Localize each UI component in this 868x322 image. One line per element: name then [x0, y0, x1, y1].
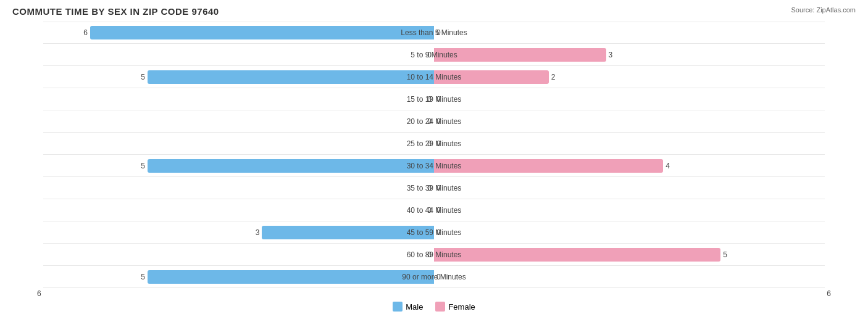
axis-right: 6: [827, 289, 831, 298]
bar-row: 0560 to 89 Minutes: [43, 244, 825, 266]
bar-row: 0015 to 19 Minutes: [43, 88, 825, 110]
female-value: 2: [551, 73, 556, 81]
bar-row: 0040 to 44 Minutes: [43, 199, 825, 221]
row-label: 45 to 59 Minutes: [404, 228, 464, 237]
chart-title: COMMUTE TIME BY SEX IN ZIP CODE 97640: [12, 6, 856, 17]
female-value: 5: [723, 250, 727, 259]
row-label: 25 to 29 Minutes: [404, 139, 464, 148]
row-label: 60 to 89 Minutes: [404, 250, 464, 259]
row-label: 40 to 44 Minutes: [404, 206, 464, 215]
bar-row: 5090 or more Minutes: [43, 266, 825, 288]
male-bar: [148, 270, 434, 284]
male-label: Male: [406, 302, 423, 312]
male-bar: [148, 70, 434, 84]
male-value: 5: [141, 273, 145, 281]
female-bar: [434, 248, 720, 262]
bar-row: 0035 to 39 Minutes: [43, 177, 825, 199]
bar-row: 60Less than 5 Minutes: [43, 22, 825, 44]
female-value: 4: [666, 162, 670, 170]
female-value: 3: [609, 51, 613, 59]
chart-container: COMMUTE TIME BY SEX IN ZIP CODE 97640 So…: [0, 0, 868, 322]
male-bar: [90, 26, 434, 39]
row-label: 10 to 14 Minutes: [404, 73, 464, 81]
row-label: 5 to 9 Minutes: [408, 51, 459, 59]
female-swatch: [435, 302, 445, 312]
bar-row: 5210 to 14 Minutes: [43, 66, 825, 88]
row-label: 90 or more Minutes: [399, 273, 468, 281]
legend: Male Female: [12, 302, 856, 312]
bar-row: 0025 to 29 Minutes: [43, 133, 825, 155]
male-bar: [148, 159, 434, 173]
male-swatch: [393, 302, 403, 312]
male-value: 3: [256, 228, 260, 237]
female-label: Female: [448, 302, 475, 312]
source-label: Source: ZipAtlas.com: [791, 6, 856, 14]
male-value: 5: [141, 73, 145, 81]
male-value: 5: [141, 162, 145, 170]
row-label: Less than 5 Minutes: [398, 28, 469, 37]
bar-row: 3045 to 59 Minutes: [43, 221, 825, 244]
row-label: 30 to 34 Minutes: [404, 162, 464, 170]
legend-male: Male: [393, 302, 423, 312]
legend-female: Female: [435, 302, 475, 312]
bar-row: 0020 to 24 Minutes: [43, 110, 825, 133]
axis-labels: 6 6: [37, 288, 831, 298]
female-bar: [434, 159, 663, 173]
male-value: 6: [83, 28, 88, 37]
row-label: 35 to 39 Minutes: [404, 184, 464, 192]
female-bar: [434, 48, 606, 62]
row-label: 20 to 24 Minutes: [404, 117, 464, 126]
axis-left: 6: [37, 289, 41, 298]
bar-row: 5430 to 34 Minutes: [43, 155, 825, 177]
bar-row: 035 to 9 Minutes: [43, 44, 825, 66]
row-label: 15 to 19 Minutes: [404, 95, 464, 104]
